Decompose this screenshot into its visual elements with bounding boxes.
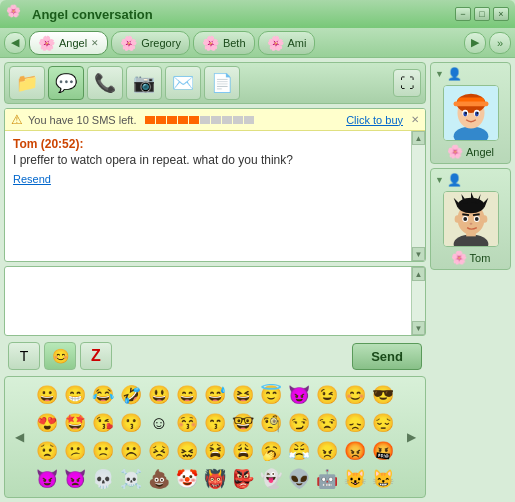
emoji-19[interactable]: 😙 <box>202 410 228 436</box>
emoji-43[interactable]: 💩 <box>146 466 172 492</box>
emoji-46[interactable]: 👺 <box>230 466 256 492</box>
click-to-buy-link[interactable]: Click to buy <box>346 114 403 126</box>
emoji-12[interactable]: 😎 <box>370 382 396 408</box>
emoji-35[interactable]: 😤 <box>286 438 312 464</box>
sms-seg-10 <box>244 116 254 124</box>
left-panel: 📁 💬 📞 📷 ✉️ 📄 ⛶ ⚠ You have 10 SMS left. <box>0 58 430 502</box>
emoji-44[interactable]: 🤡 <box>174 466 200 492</box>
emoji-13[interactable]: 😍 <box>34 410 60 436</box>
emoji-29[interactable]: ☹️ <box>118 438 144 464</box>
sms-seg-3 <box>167 116 177 124</box>
emoji-39[interactable]: 😈 <box>34 466 60 492</box>
contact-section-tom: ▼ 👤 <box>430 168 511 270</box>
collapse-icon-tom[interactable]: ▼ <box>435 175 444 185</box>
text-format-label: T <box>20 348 29 364</box>
toolbar-transfer-button[interactable]: 📄 <box>204 66 240 100</box>
emoji-16[interactable]: 😗 <box>118 410 144 436</box>
tab-angel[interactable]: 🌸 Angel ✕ <box>29 31 108 55</box>
emoji-15[interactable]: 😘 <box>90 410 116 436</box>
contact-tom-label: Tom <box>470 252 491 264</box>
emoji-45[interactable]: 👹 <box>202 466 228 492</box>
emoji-17[interactable]: ☺️ <box>146 410 172 436</box>
emoji-49[interactable]: 🤖 <box>314 466 340 492</box>
emoji-38[interactable]: 🤬 <box>370 438 396 464</box>
input-scrollbar: ▲ ▼ <box>411 267 425 335</box>
emoji-32[interactable]: 😫 <box>202 438 228 464</box>
emoji-22[interactable]: 😏 <box>286 410 312 436</box>
toolbar-camera-button[interactable]: 📷 <box>126 66 162 100</box>
emoji-18[interactable]: 😚 <box>174 410 200 436</box>
emoji-8[interactable]: 😇 <box>258 382 284 408</box>
toolbar-mail-button[interactable]: ✉️ <box>165 66 201 100</box>
redo-format-button[interactable]: Z <box>80 342 112 370</box>
emoji-28[interactable]: 🙁 <box>90 438 116 464</box>
send-button[interactable]: Send <box>352 343 422 370</box>
toolbar-folder-button[interactable]: 📁 <box>9 66 45 100</box>
emoji-47[interactable]: 👻 <box>258 466 284 492</box>
emoji-33[interactable]: 😩 <box>230 438 256 464</box>
contact-section-angel: ▼ 👤 <box>430 62 511 164</box>
resend-link[interactable]: Resend <box>13 173 403 185</box>
emoji-30[interactable]: 😣 <box>146 438 172 464</box>
scroll-up-button[interactable]: ▲ <box>412 131 425 145</box>
emoji-27[interactable]: 😕 <box>62 438 88 464</box>
emoji-7[interactable]: 😆 <box>230 382 256 408</box>
emoji-9[interactable]: 😈 <box>286 382 312 408</box>
emoji-26[interactable]: 😟 <box>34 438 60 464</box>
emoji-2[interactable]: 😂 <box>90 382 116 408</box>
chat-scrollbar: ▲ ▼ <box>411 131 425 261</box>
nav-play-button[interactable]: ▶ <box>464 32 486 54</box>
maximize-button[interactable]: □ <box>474 7 490 21</box>
emoji-scroll-left[interactable]: ◀ <box>11 382 27 492</box>
close-button[interactable]: × <box>493 7 509 21</box>
message-input[interactable] <box>5 267 411 335</box>
emoji-14[interactable]: 🤩 <box>62 410 88 436</box>
emoji-24[interactable]: 😞 <box>342 410 368 436</box>
emoji-5[interactable]: 😄 <box>174 382 200 408</box>
chat-area: ⚠ You have 10 SMS left. Click to buy ✕ <box>4 108 426 262</box>
emoji-31[interactable]: 😖 <box>174 438 200 464</box>
text-format-button[interactable]: T <box>8 342 40 370</box>
input-scroll-up[interactable]: ▲ <box>412 267 425 281</box>
toolbar-chat-button[interactable]: 💬 <box>48 66 84 100</box>
emoji-20[interactable]: 🤓 <box>230 410 256 436</box>
emoji-0[interactable]: 😀 <box>34 382 60 408</box>
emoji-34[interactable]: 🥱 <box>258 438 284 464</box>
nav-back-button[interactable]: ◀ <box>4 32 26 54</box>
emoji-1[interactable]: 😁 <box>62 382 88 408</box>
emoji-42[interactable]: ☠️ <box>118 466 144 492</box>
emoji-37[interactable]: 😡 <box>342 438 368 464</box>
emoji-40[interactable]: 👿 <box>62 466 88 492</box>
collapse-icon-angel[interactable]: ▼ <box>435 69 444 79</box>
emoji-6[interactable]: 😅 <box>202 382 228 408</box>
tab-ami[interactable]: 🌸 Ami <box>258 31 316 55</box>
emoji-23[interactable]: 😒 <box>314 410 340 436</box>
emoji-11[interactable]: 😊 <box>342 382 368 408</box>
toolbar-more-button[interactable]: ⛶ <box>393 69 421 97</box>
nav-more-button[interactable]: » <box>489 32 511 54</box>
contact-header-angel: ▼ 👤 <box>435 67 506 81</box>
svg-line-22 <box>462 214 469 215</box>
scroll-track[interactable] <box>412 145 425 247</box>
sms-close-button[interactable]: ✕ <box>411 114 419 125</box>
minimize-button[interactable]: − <box>455 7 471 21</box>
emoji-scroll-right[interactable]: ▶ <box>403 382 419 492</box>
emoji-50[interactable]: 😺 <box>342 466 368 492</box>
tab-beth[interactable]: 🌸 Beth <box>193 31 255 55</box>
emoji-10[interactable]: 😉 <box>314 382 340 408</box>
tab-angel-close[interactable]: ✕ <box>91 38 99 48</box>
input-scroll-down[interactable]: ▼ <box>412 321 425 335</box>
emoji-21[interactable]: 🧐 <box>258 410 284 436</box>
toolbar-phone-button[interactable]: 📞 <box>87 66 123 100</box>
emoji-41[interactable]: 💀 <box>90 466 116 492</box>
emoji-36[interactable]: 😠 <box>314 438 340 464</box>
emoji-3[interactable]: 🤣 <box>118 382 144 408</box>
emoji-format-button[interactable]: 😊 <box>44 342 76 370</box>
scroll-down-button[interactable]: ▼ <box>412 247 425 261</box>
emoji-51[interactable]: 😸 <box>370 466 396 492</box>
emoji-4[interactable]: 😃 <box>146 382 172 408</box>
tab-gregory[interactable]: 🌸 Gregory <box>111 31 190 55</box>
emoji-48[interactable]: 👽 <box>286 466 312 492</box>
emoji-25[interactable]: 😔 <box>370 410 396 436</box>
input-scroll-track[interactable] <box>412 281 425 321</box>
